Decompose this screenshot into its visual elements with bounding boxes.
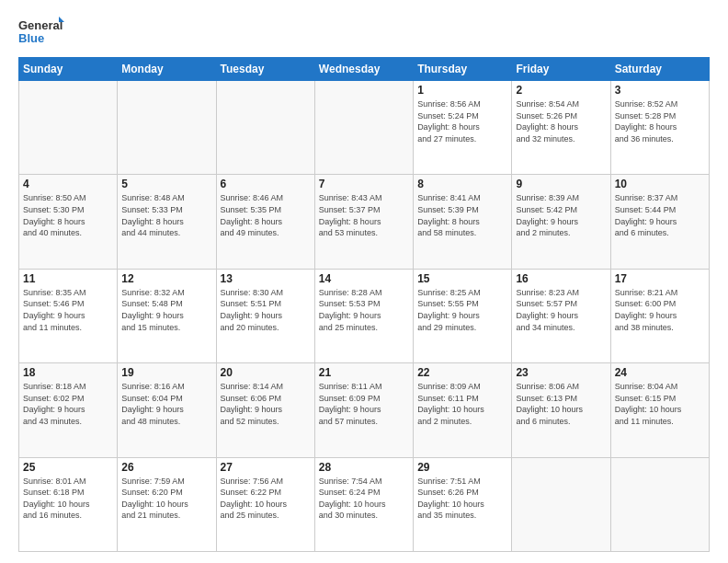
week-row-2: 4Sunrise: 8:50 AM Sunset: 5:30 PM Daylig…	[19, 175, 710, 269]
day-cell: 6Sunrise: 8:46 AM Sunset: 5:35 PM Daylig…	[216, 175, 314, 269]
day-info: Sunrise: 8:04 AM Sunset: 6:15 PM Dayligh…	[615, 381, 705, 427]
day-cell: 13Sunrise: 8:30 AM Sunset: 5:51 PM Dayli…	[216, 269, 314, 362]
day-info: Sunrise: 8:52 AM Sunset: 5:28 PM Dayligh…	[615, 98, 705, 144]
day-number: 29	[417, 461, 507, 474]
day-info: Sunrise: 8:21 AM Sunset: 6:00 PM Dayligh…	[615, 287, 705, 333]
day-number: 17	[615, 272, 705, 285]
day-cell: 4Sunrise: 8:50 AM Sunset: 5:30 PM Daylig…	[19, 175, 118, 269]
day-number: 20	[221, 366, 311, 379]
day-cell: 17Sunrise: 8:21 AM Sunset: 6:00 PM Dayli…	[610, 269, 709, 362]
col-header-tuesday: Tuesday	[216, 58, 314, 81]
day-cell: 24Sunrise: 8:04 AM Sunset: 6:15 PM Dayli…	[610, 363, 709, 457]
col-header-thursday: Thursday	[414, 58, 512, 81]
day-number: 24	[615, 366, 705, 379]
day-number: 19	[121, 366, 211, 379]
day-info: Sunrise: 8:50 AM Sunset: 5:30 PM Dayligh…	[23, 192, 113, 238]
week-row-3: 11Sunrise: 8:35 AM Sunset: 5:46 PM Dayli…	[19, 269, 710, 362]
day-number: 9	[516, 178, 606, 190]
day-cell: 1Sunrise: 8:56 AM Sunset: 5:24 PM Daylig…	[414, 81, 512, 175]
day-info: Sunrise: 8:09 AM Sunset: 6:11 PM Dayligh…	[417, 381, 507, 427]
day-info: Sunrise: 8:30 AM Sunset: 5:51 PM Dayligh…	[221, 287, 311, 333]
day-number: 12	[121, 272, 211, 285]
day-number: 21	[319, 366, 409, 379]
day-info: Sunrise: 8:56 AM Sunset: 5:24 PM Dayligh…	[417, 98, 507, 144]
day-info: Sunrise: 8:23 AM Sunset: 5:57 PM Dayligh…	[516, 287, 606, 333]
col-header-friday: Friday	[512, 58, 610, 81]
day-cell: 21Sunrise: 8:11 AM Sunset: 6:09 PM Dayli…	[314, 363, 413, 457]
day-info: Sunrise: 8:18 AM Sunset: 6:02 PM Dayligh…	[23, 381, 113, 427]
col-header-saturday: Saturday	[610, 58, 709, 81]
day-cell	[19, 81, 118, 175]
day-number: 5	[121, 178, 211, 190]
day-info: Sunrise: 8:48 AM Sunset: 5:33 PM Dayligh…	[121, 192, 211, 238]
calendar-header-row: SundayMondayTuesdayWednesdayThursdayFrid…	[19, 58, 710, 81]
day-number: 22	[417, 366, 507, 379]
day-number: 6	[221, 178, 311, 190]
day-info: Sunrise: 8:41 AM Sunset: 5:39 PM Dayligh…	[417, 192, 507, 238]
day-info: Sunrise: 7:56 AM Sunset: 6:22 PM Dayligh…	[221, 476, 311, 522]
day-info: Sunrise: 8:11 AM Sunset: 6:09 PM Dayligh…	[319, 381, 409, 427]
day-info: Sunrise: 7:59 AM Sunset: 6:20 PM Dayligh…	[121, 476, 211, 522]
day-info: Sunrise: 8:25 AM Sunset: 5:55 PM Dayligh…	[417, 287, 507, 333]
day-cell: 5Sunrise: 8:48 AM Sunset: 5:33 PM Daylig…	[118, 175, 216, 269]
col-header-monday: Monday	[118, 58, 216, 81]
day-cell	[216, 81, 314, 175]
day-number: 1	[417, 84, 507, 97]
col-header-wednesday: Wednesday	[314, 58, 413, 81]
day-info: Sunrise: 8:32 AM Sunset: 5:48 PM Dayligh…	[121, 287, 211, 333]
day-number: 13	[221, 272, 311, 285]
day-cell: 25Sunrise: 8:01 AM Sunset: 6:18 PM Dayli…	[19, 457, 118, 551]
day-info: Sunrise: 8:35 AM Sunset: 5:46 PM Dayligh…	[23, 287, 113, 333]
day-number: 8	[417, 178, 507, 190]
day-number: 16	[516, 272, 606, 285]
day-cell: 3Sunrise: 8:52 AM Sunset: 5:28 PM Daylig…	[610, 81, 709, 175]
day-number: 14	[319, 272, 409, 285]
day-info: Sunrise: 8:06 AM Sunset: 6:13 PM Dayligh…	[516, 381, 606, 427]
svg-text:General: General	[18, 18, 63, 32]
day-cell	[118, 81, 216, 175]
day-cell: 23Sunrise: 8:06 AM Sunset: 6:13 PM Dayli…	[512, 363, 610, 457]
day-cell: 14Sunrise: 8:28 AM Sunset: 5:53 PM Dayli…	[314, 269, 413, 362]
day-number: 15	[417, 272, 507, 285]
day-info: Sunrise: 8:39 AM Sunset: 5:42 PM Dayligh…	[516, 192, 606, 238]
day-info: Sunrise: 8:14 AM Sunset: 6:06 PM Dayligh…	[221, 381, 311, 427]
day-cell: 22Sunrise: 8:09 AM Sunset: 6:11 PM Dayli…	[414, 363, 512, 457]
page-header: General Blue	[18, 15, 710, 48]
day-number: 23	[516, 366, 606, 379]
week-row-1: 1Sunrise: 8:56 AM Sunset: 5:24 PM Daylig…	[19, 81, 710, 175]
day-number: 4	[23, 178, 113, 190]
day-info: Sunrise: 7:54 AM Sunset: 6:24 PM Dayligh…	[319, 476, 409, 522]
day-info: Sunrise: 8:54 AM Sunset: 5:26 PM Dayligh…	[516, 98, 606, 144]
day-cell: 18Sunrise: 8:18 AM Sunset: 6:02 PM Dayli…	[19, 363, 118, 457]
day-cell: 8Sunrise: 8:41 AM Sunset: 5:39 PM Daylig…	[414, 175, 512, 269]
day-cell: 20Sunrise: 8:14 AM Sunset: 6:06 PM Dayli…	[216, 363, 314, 457]
day-cell: 27Sunrise: 7:56 AM Sunset: 6:22 PM Dayli…	[216, 457, 314, 551]
calendar: SundayMondayTuesdayWednesdayThursdayFrid…	[18, 57, 710, 552]
day-info: Sunrise: 8:46 AM Sunset: 5:35 PM Dayligh…	[221, 192, 311, 238]
day-cell	[512, 457, 610, 551]
day-number: 7	[319, 178, 409, 190]
week-row-5: 25Sunrise: 8:01 AM Sunset: 6:18 PM Dayli…	[19, 457, 710, 551]
day-cell: 15Sunrise: 8:25 AM Sunset: 5:55 PM Dayli…	[414, 269, 512, 362]
day-number: 18	[23, 366, 113, 379]
day-cell: 2Sunrise: 8:54 AM Sunset: 5:26 PM Daylig…	[512, 81, 610, 175]
day-cell: 29Sunrise: 7:51 AM Sunset: 6:26 PM Dayli…	[414, 457, 512, 551]
day-number: 10	[615, 178, 705, 190]
svg-text:Blue: Blue	[18, 31, 44, 45]
week-row-4: 18Sunrise: 8:18 AM Sunset: 6:02 PM Dayli…	[19, 363, 710, 457]
day-number: 11	[23, 272, 113, 285]
day-cell: 16Sunrise: 8:23 AM Sunset: 5:57 PM Dayli…	[512, 269, 610, 362]
logo-svg: General Blue	[18, 15, 64, 48]
day-cell: 28Sunrise: 7:54 AM Sunset: 6:24 PM Dayli…	[314, 457, 413, 551]
day-number: 3	[615, 84, 705, 97]
day-info: Sunrise: 8:43 AM Sunset: 5:37 PM Dayligh…	[319, 192, 409, 238]
day-cell: 9Sunrise: 8:39 AM Sunset: 5:42 PM Daylig…	[512, 175, 610, 269]
day-cell: 7Sunrise: 8:43 AM Sunset: 5:37 PM Daylig…	[314, 175, 413, 269]
day-info: Sunrise: 8:28 AM Sunset: 5:53 PM Dayligh…	[319, 287, 409, 333]
day-cell: 11Sunrise: 8:35 AM Sunset: 5:46 PM Dayli…	[19, 269, 118, 362]
day-cell: 26Sunrise: 7:59 AM Sunset: 6:20 PM Dayli…	[118, 457, 216, 551]
col-header-sunday: Sunday	[19, 58, 118, 81]
day-cell: 19Sunrise: 8:16 AM Sunset: 6:04 PM Dayli…	[118, 363, 216, 457]
day-number: 25	[23, 461, 113, 474]
day-info: Sunrise: 8:37 AM Sunset: 5:44 PM Dayligh…	[615, 192, 705, 238]
